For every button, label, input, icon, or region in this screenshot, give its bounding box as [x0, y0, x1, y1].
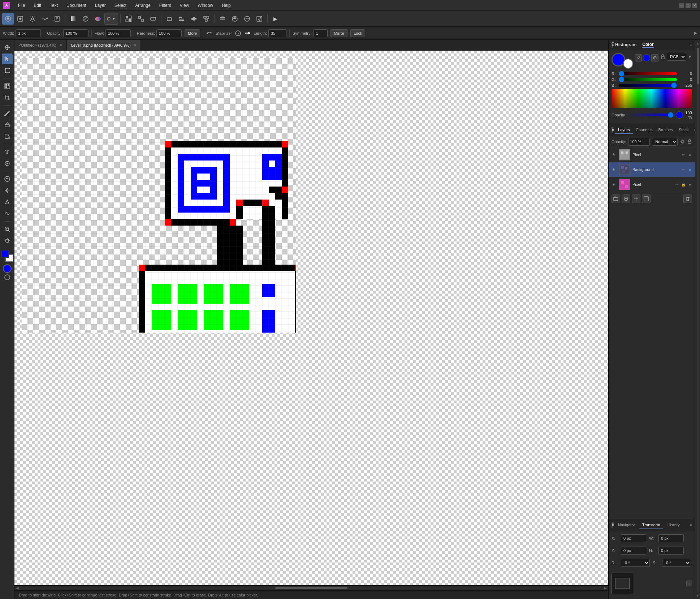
menu-document[interactable]: Document	[63, 1, 90, 9]
color-preview-circle[interactable]	[643, 54, 650, 61]
crop-tool[interactable]	[2, 92, 13, 103]
navigator-tab[interactable]: Navigator	[615, 521, 638, 529]
move-tool[interactable]	[2, 42, 13, 53]
exclude-button[interactable]	[147, 13, 159, 25]
snapping-button[interactable]	[135, 13, 147, 25]
more-button[interactable]: More	[185, 29, 200, 37]
pixel-paint-tool[interactable]	[2, 81, 13, 91]
nav-drag-handle[interactable]: ⠿	[612, 522, 613, 528]
close-button[interactable]: ✕	[692, 3, 697, 8]
document-export-button[interactable]	[51, 13, 63, 25]
history-tab[interactable]: History	[665, 521, 683, 529]
menu-select[interactable]: Select	[111, 1, 130, 9]
layer-row-background[interactable]: Background ✏ ●	[609, 162, 695, 177]
maximize-button[interactable]: □	[686, 3, 691, 8]
menu-filters[interactable]: Filters	[156, 1, 175, 9]
mirror-button[interactable]: Mirror	[330, 29, 347, 37]
persona-tool-button[interactable]	[2, 13, 14, 25]
gradient-tool-button[interactable]	[68, 13, 79, 25]
layer-visibility-toggle-pixel-bottom[interactable]: ●	[687, 181, 693, 187]
select-tool[interactable]	[2, 54, 13, 64]
layer-fx-button[interactable]	[632, 194, 640, 203]
layer-visibility-toggle-pixel-top[interactable]: ●	[687, 152, 693, 158]
w-input[interactable]	[658, 534, 684, 542]
scroll-up-arrow[interactable]: ▲	[696, 41, 700, 45]
minimize-button[interactable]: ─	[679, 3, 684, 8]
text-tool[interactable]: T	[2, 146, 13, 157]
layer-delete-button[interactable]	[683, 194, 692, 203]
lock-button[interactable]: Lock	[350, 29, 365, 37]
green-slider[interactable]	[619, 78, 677, 81]
layer-visibility-background[interactable]	[611, 167, 617, 172]
layer-row-pixel-top[interactable]: Pixel ✏ ●	[609, 147, 695, 162]
x-input[interactable]	[621, 534, 646, 542]
h-input[interactable]	[658, 547, 684, 555]
menu-view[interactable]: View	[176, 1, 193, 9]
eraser-tool[interactable]	[2, 119, 13, 130]
wave-tool-button[interactable]	[39, 13, 51, 25]
layers-icon-button[interactable]	[217, 13, 228, 25]
group-button[interactable]	[200, 13, 212, 25]
layer-mask-button[interactable]	[642, 194, 651, 203]
layer-add-group-button[interactable]	[612, 194, 620, 203]
options-expand-button[interactable]: ▶	[694, 31, 697, 35]
layer-visibility-pixel-bottom[interactable]	[611, 181, 617, 187]
layers-tab-stock[interactable]: Stock	[676, 126, 692, 134]
eyedropper-bg-icon[interactable]	[651, 54, 658, 61]
live-filters-button[interactable]	[254, 13, 265, 25]
adjustment-button[interactable]	[229, 13, 241, 25]
panel-drag-handle[interactable]: ⠿	[612, 42, 613, 48]
layer-visibility-pixel-top[interactable]	[611, 152, 617, 158]
layer-edit-background[interactable]: ✏	[680, 167, 686, 172]
color-panel-menu[interactable]: ≡	[690, 42, 692, 47]
tab-close-level0[interactable]: ✕	[133, 43, 136, 47]
layers-settings-icon[interactable]	[680, 139, 685, 144]
pixel-grid-button[interactable]	[123, 13, 134, 25]
histogram-tab[interactable]: Histogram	[615, 42, 636, 47]
eyedropper-fg-icon[interactable]	[635, 54, 642, 61]
transform-button[interactable]	[164, 13, 175, 25]
measure-tool[interactable]	[2, 158, 13, 169]
transform-tool[interactable]	[2, 65, 13, 76]
bg-color-wheel[interactable]	[623, 59, 633, 69]
dodge-tool[interactable]	[2, 174, 13, 184]
layers-tab-channels[interactable]: Channels	[633, 126, 655, 134]
scroll-right-arrow[interactable]: ▶	[604, 586, 607, 590]
layer-adjustment-button[interactable]	[622, 194, 630, 203]
sharpen-tool[interactable]	[2, 197, 13, 207]
settings-button[interactable]	[27, 13, 38, 25]
scrollbar-thumb-h[interactable]	[275, 587, 347, 589]
scrollbar-thumb-v[interactable]	[697, 48, 699, 84]
layer-edit-pixel-bottom[interactable]: ✏	[674, 181, 680, 187]
menu-help[interactable]: Help	[218, 1, 234, 9]
color-tab[interactable]: Color	[642, 42, 653, 48]
stabilizer-toggle-icon[interactable]	[244, 30, 251, 37]
nav-flip-button[interactable]: ↕	[686, 581, 692, 586]
menu-edit[interactable]: Edit	[30, 1, 45, 9]
brush-persona-button[interactable]	[14, 13, 26, 25]
tab-close-untitled[interactable]: ✕	[59, 43, 62, 47]
vertical-scrollbar[interactable]: ▲ ▼	[695, 40, 700, 599]
flow-input[interactable]	[105, 29, 131, 37]
blend-options-button[interactable]	[241, 13, 253, 25]
r-select[interactable]: 0 °	[621, 559, 650, 567]
s-select[interactable]: 0 °	[662, 559, 691, 567]
length-input[interactable]	[268, 29, 286, 37]
scroll-down-arrow[interactable]: ▼	[696, 594, 700, 598]
layers-lock-icon[interactable]	[687, 139, 692, 144]
distribute-button[interactable]	[188, 13, 200, 25]
layers-drag-handle[interactable]: ⠿	[612, 127, 613, 133]
smudge-tool[interactable]	[2, 208, 13, 219]
scroll-left-arrow[interactable]: ◀	[16, 586, 19, 590]
blend-mode-dropdown[interactable]: ▼	[104, 13, 118, 25]
transform-tab[interactable]: Transform	[639, 521, 663, 529]
tab-level0[interactable]: Level_0.png [Modified] (3946.9%) ✕	[67, 40, 141, 50]
red-slider[interactable]	[619, 72, 677, 75]
color-replace-button[interactable]	[92, 13, 104, 25]
blend-mode-select[interactable]: Normal	[652, 138, 678, 146]
brush-tool[interactable]	[2, 108, 13, 119]
opacity-slider[interactable]	[627, 114, 674, 116]
opacity-input[interactable]	[63, 29, 88, 37]
menu-window[interactable]: Window	[194, 1, 217, 9]
circle-tool-button[interactable]	[80, 13, 91, 25]
